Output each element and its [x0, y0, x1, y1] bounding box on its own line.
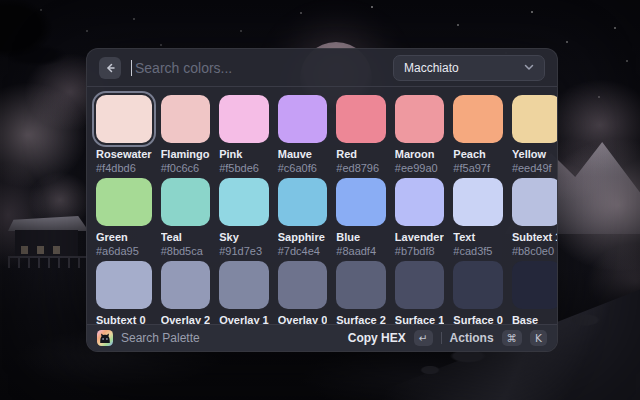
swatch-name: Peach [453, 148, 503, 160]
swatch-name: Flamingo [161, 148, 211, 160]
swatch-name: Teal [161, 231, 211, 243]
swatch-cell[interactable]: Maroon #ee99a0 [395, 95, 445, 174]
flavor-dropdown[interactable]: Macchiato [393, 55, 545, 81]
swatch-cell[interactable]: Yellow #eed49f [512, 95, 557, 174]
swatch-cell[interactable]: Overlay 1 [219, 261, 269, 324]
swatch-hex: #8aadf4 [336, 245, 386, 257]
color-swatch[interactable] [395, 178, 445, 226]
color-swatch[interactable] [336, 261, 386, 309]
footer-separator [441, 332, 442, 344]
color-swatch[interactable] [161, 95, 211, 143]
command-key-icon[interactable]: ⌘ [502, 330, 523, 347]
color-swatch[interactable] [96, 178, 152, 226]
color-swatch[interactable] [512, 261, 557, 309]
swatch-name: Blue [336, 231, 386, 243]
swatch-hex: #b8c0e0 [512, 245, 557, 257]
swatch-cell[interactable]: Overlay 0 [278, 261, 328, 324]
swatch-hex: #f5a97f [453, 162, 503, 174]
color-swatch[interactable] [96, 261, 152, 309]
swatch-cell[interactable]: Flamingo #f0c6c6 [161, 95, 211, 174]
search-bar: Macchiato [87, 49, 557, 87]
swatch-cell[interactable]: Blue #8aadf4 [336, 178, 386, 257]
copy-hex-action[interactable]: Copy HEX [348, 331, 406, 345]
swatch-cell[interactable]: Surface 0 [453, 261, 503, 324]
back-button[interactable] [99, 57, 121, 79]
footer-bar: Search Palette Copy HEX ↵ Actions ⌘ K [87, 324, 557, 351]
swatch-name: Yellow [512, 148, 557, 160]
swatch-name: Green [96, 231, 152, 243]
color-palette-window: Macchiato Rosewater #f4dbd6 Flamingo #f0… [86, 48, 558, 352]
swatch-hex: #f4dbd6 [96, 162, 152, 174]
swatch-cell[interactable]: Mauve #c6a0f6 [278, 95, 328, 174]
swatch-cell[interactable]: Peach #f5a97f [453, 95, 503, 174]
swatch-name: Overlay 2 [161, 314, 211, 324]
color-swatch[interactable] [278, 178, 328, 226]
color-swatch[interactable] [512, 95, 557, 143]
swatch-cell[interactable]: Lavender #b7bdf8 [395, 178, 445, 257]
actions-menu[interactable]: Actions [450, 331, 494, 345]
color-swatch[interactable] [219, 178, 269, 226]
swatch-cell[interactable]: Subtext 1 #b8c0e0 [512, 178, 557, 257]
swatch-name: Overlay 1 [219, 314, 269, 324]
color-swatch[interactable] [278, 261, 328, 309]
enter-key-icon[interactable]: ↵ [414, 330, 433, 347]
swatch-name: Subtext 1 [512, 231, 557, 243]
swatch-hex: #c6a0f6 [278, 162, 328, 174]
color-swatch[interactable] [161, 261, 211, 309]
swatch-hex: #ee99a0 [395, 162, 445, 174]
swatch-hex: #ed8796 [336, 162, 386, 174]
color-swatch[interactable] [395, 261, 445, 309]
color-swatch[interactable] [96, 95, 152, 143]
swatch-hex: #f0c6c6 [161, 162, 211, 174]
swatch-cell[interactable]: Surface 2 [336, 261, 386, 324]
swatch-hex: #91d7e3 [219, 245, 269, 257]
chevron-down-icon [524, 64, 534, 71]
catppuccin-logo-icon [97, 330, 113, 346]
swatch-cell[interactable]: Teal #8bd5ca [161, 178, 211, 257]
color-swatch[interactable] [512, 178, 557, 226]
swatch-name: Surface 0 [453, 314, 503, 324]
swatch-cell[interactable]: Sky #91d7e3 [219, 178, 269, 257]
color-swatch[interactable] [336, 95, 386, 143]
swatch-name: Maroon [395, 148, 445, 160]
color-swatch[interactable] [219, 261, 269, 309]
swatch-hex: #a6da95 [96, 245, 152, 257]
swatch-name: Lavender [395, 231, 445, 243]
color-swatch[interactable] [453, 178, 503, 226]
swatch-cell[interactable]: Rosewater #f4dbd6 [96, 95, 152, 174]
color-swatch[interactable] [219, 95, 269, 143]
swatch-name: Mauve [278, 148, 328, 160]
swatch-hex: #cad3f5 [453, 245, 503, 257]
swatch-cell[interactable]: Overlay 2 [161, 261, 211, 324]
color-swatch[interactable] [395, 95, 445, 143]
arrow-left-icon [104, 62, 116, 74]
swatch-name: Text [453, 231, 503, 243]
swatch-name: Rosewater [96, 148, 152, 160]
color-swatch[interactable] [453, 261, 503, 309]
swatch-cell[interactable]: Green #a6da95 [96, 178, 152, 257]
color-swatch[interactable] [278, 95, 328, 143]
k-key[interactable]: K [530, 330, 547, 347]
text-caret [131, 60, 132, 76]
swatch-name: Subtext 0 [96, 314, 152, 324]
swatch-name: Overlay 0 [278, 314, 328, 324]
color-swatch[interactable] [453, 95, 503, 143]
swatch-name: Pink [219, 148, 269, 160]
swatch-hex: #eed49f [512, 162, 557, 174]
swatch-cell[interactable]: Text #cad3f5 [453, 178, 503, 257]
swatch-name: Base [512, 314, 557, 324]
swatch-name: Red [336, 148, 386, 160]
swatch-cell[interactable]: Red #ed8796 [336, 95, 386, 174]
swatch-cell[interactable]: Base [512, 261, 557, 324]
color-swatch[interactable] [336, 178, 386, 226]
color-swatch[interactable] [161, 178, 211, 226]
swatch-hex: #8bd5ca [161, 245, 211, 257]
search-input[interactable] [133, 59, 383, 77]
swatch-cell[interactable]: Sapphire #7dc4e4 [278, 178, 328, 257]
app-name: Search Palette [121, 331, 200, 345]
swatch-cell[interactable]: Subtext 0 [96, 261, 152, 324]
swatch-cell[interactable]: Surface 1 [395, 261, 445, 324]
swatch-name: Surface 1 [395, 314, 445, 324]
swatch-name: Sky [219, 231, 269, 243]
swatch-cell[interactable]: Pink #f5bde6 [219, 95, 269, 174]
